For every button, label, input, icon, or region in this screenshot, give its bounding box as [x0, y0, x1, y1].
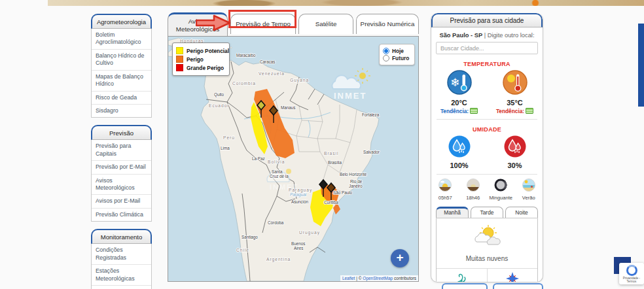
- map-label: Colombia: [232, 81, 256, 86]
- map-label: Cruz de la: [270, 174, 289, 178]
- tab-satelite[interactable]: Satélite: [298, 14, 353, 34]
- wind-direction-cell: NW-N: [487, 269, 537, 282]
- legend-row: Grande Perigo: [176, 64, 226, 71]
- hot-temperature-icon: [503, 70, 528, 95]
- osm-link[interactable]: OpenStreetMap: [363, 276, 393, 280]
- city-name-line: São Paulo - SP | Digite outro local:: [431, 32, 543, 39]
- radio-unselected-icon: [383, 55, 389, 61]
- humidity-min: 30%: [487, 162, 543, 169]
- legend-swatch-red: [176, 64, 183, 71]
- sidebar-section-title: Previsão: [91, 125, 152, 140]
- humidity-high-icon: [448, 135, 471, 158]
- map-label: Caracas: [260, 60, 275, 64]
- annotation-arrow-icon: [196, 14, 231, 31]
- legend-swatch-yellow: [176, 47, 183, 54]
- legend-row: Perigo Potencial: [176, 47, 226, 54]
- map-label: Buenos: [291, 241, 305, 246]
- city-search-input[interactable]: [436, 42, 538, 54]
- sidebar-link[interactable]: Boletim Agroclimatológico: [92, 29, 151, 50]
- map-legend: Perigo Potencial Perigo Grande Perigo: [172, 42, 230, 76]
- map-label: Bolivia: [268, 160, 285, 164]
- sidebar-link[interactable]: Previsão para Capitais: [92, 140, 151, 161]
- map-label: Perú: [223, 135, 235, 140]
- moon-phase-icon: [494, 178, 507, 192]
- trend-stable-icon: [470, 108, 478, 114]
- sidebar-section-title: Monitoramento: [91, 229, 152, 244]
- sidebar-section-monitoramento: Monitoramento Condições RegistradasEstaç…: [91, 229, 152, 289]
- compass-rose-icon: [506, 272, 519, 282]
- sidebar-link[interactable]: Avisos Meteorológicos: [92, 175, 151, 196]
- sidebar-link[interactable]: Sisdagro: [92, 105, 151, 117]
- warning-map[interactable]: INMET INMET HondurasMaracaiboCaracasMede…: [168, 36, 419, 282]
- recaptcha-icon: [626, 265, 637, 276]
- radio-hoje[interactable]: Hoje: [383, 48, 411, 54]
- map-zoom-in-button[interactable]: +: [391, 249, 409, 267]
- map-label: Maracaibo: [236, 53, 256, 58]
- city-panel-title: Previsão para sua cidade: [431, 13, 543, 27]
- sunrise-icon: [438, 178, 452, 192]
- header-photo-banner: [48, 0, 644, 6]
- min-trend: Tendência:: [431, 108, 487, 114]
- radio-futuro[interactable]: Futuro: [383, 55, 411, 61]
- sidebar-link[interactable]: Estações Meteorológicas: [92, 265, 151, 286]
- period-tab-noite[interactable]: Noite: [505, 207, 538, 218]
- leaflet-link[interactable]: Leaflet: [342, 276, 355, 280]
- period-tab-manha[interactable]: Manhã: [436, 207, 469, 218]
- wind-icon: [456, 272, 469, 282]
- map-label: Fortaleza: [362, 112, 380, 117]
- map-label: Salvador: [363, 150, 380, 154]
- svg-text:❄: ❄: [450, 76, 459, 89]
- map-label: Janeiro: [349, 184, 363, 188]
- sunset-icon: [467, 178, 480, 192]
- map-label: São Paulo: [333, 190, 353, 195]
- map-label: Rio de: [350, 179, 363, 184]
- season-item: Verão: [515, 178, 543, 201]
- moon-phase-item: Minguante: [487, 178, 515, 201]
- map-label: Córdoba: [268, 220, 284, 225]
- sunrise-item: 05h57: [431, 178, 459, 201]
- humidity-heading: UMIDADE: [431, 126, 543, 133]
- radio-selected-icon: [383, 48, 389, 54]
- period-tab-tarde[interactable]: Tarde: [471, 207, 503, 218]
- city-name: São Paulo - SP: [439, 32, 482, 39]
- map-mode-box: Hoje Futuro: [379, 44, 415, 65]
- sidebar-link[interactable]: Risco de Geada: [92, 92, 151, 105]
- season-icon: [522, 178, 535, 192]
- sidebar-link[interactable]: Mapas de Balanço Hídrico: [92, 71, 151, 92]
- temperature-heading: TEMPERATURA: [431, 61, 543, 67]
- map-label: Ecuador: [209, 103, 230, 108]
- map-attribution: Leaflet | © OpenStreetMap contributors: [340, 275, 418, 281]
- sidebar: Agrometeorologia Boletim Agroclimatológi…: [91, 14, 152, 289]
- map-label: Paraguái: [290, 192, 307, 197]
- map-label: Uruguay: [299, 230, 320, 235]
- tab-previsao-numerica[interactable]: Previsão Numérica: [356, 14, 419, 34]
- next-panel-stub: [493, 283, 543, 289]
- sidebar-link[interactable]: Avisos por E-Mail: [92, 195, 151, 208]
- map-label: Lima: [221, 146, 230, 150]
- map-label: Argentina: [266, 257, 291, 262]
- condition-text: Muitas nuvens: [437, 255, 537, 262]
- map-label: Brasília: [328, 160, 342, 165]
- sidebar-link[interactable]: Previsão por E-Mail: [92, 161, 151, 174]
- humidity-max: 100%: [431, 162, 487, 169]
- sidebar-link[interactable]: Previsão Climática: [92, 209, 151, 221]
- legend-swatch-orange: [176, 56, 183, 63]
- sidebar-link[interactable]: Condições Registradas: [92, 244, 151, 265]
- page: { "accent": { "brand_blue": "#2a5ea8", "…: [0, 0, 644, 289]
- period-forecast-box: Muitas nuvens Fracos NW-N: [436, 218, 538, 282]
- side-widget-strip[interactable]: [638, 24, 644, 107]
- map-label: Manaus: [281, 105, 295, 110]
- map-label: Belo Horizonte: [340, 172, 367, 177]
- sidebar-section-agrometeorologia: Agrometeorologia Boletim Agroclimatológi…: [91, 14, 152, 118]
- sidebar-section-previsao: Previsão Previsão para CapitaisPrevisão …: [91, 125, 152, 222]
- map-label: Asunción: [291, 199, 308, 204]
- max-temperature: 35°C: [487, 99, 543, 107]
- recaptcha-badge[interactable]: Privacidade - Termos: [619, 263, 644, 284]
- map-label: Venezuela: [259, 71, 285, 76]
- sidebar-link[interactable]: Precipitação Acumulada: [92, 286, 151, 289]
- sidebar-link[interactable]: Balanço Hídrico de Cultivo: [92, 50, 151, 71]
- trend-stable-icon: [526, 108, 533, 114]
- map-label: Brasil: [324, 151, 339, 156]
- map-label: Aires: [294, 246, 303, 250]
- min-temperature: 20°C: [431, 99, 487, 107]
